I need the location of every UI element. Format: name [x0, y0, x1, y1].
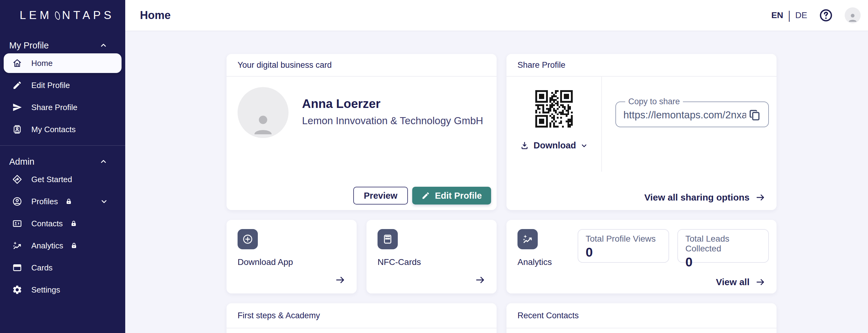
view-all-sharing-options-link[interactable]: View all sharing options [644, 192, 766, 203]
logo-text-suffix: NTAPS [62, 9, 115, 22]
topbar-controls: EN | DE [771, 7, 868, 23]
pencil-icon [11, 79, 23, 91]
help-button[interactable] [819, 8, 833, 22]
sidebar-item-my-contacts[interactable]: My Contacts [4, 120, 122, 139]
gear-icon [11, 284, 23, 296]
section-label: Admin [9, 157, 34, 167]
card-title: Your digital business card [238, 60, 332, 70]
sidebar-item-label: Profiles [31, 197, 58, 206]
lang-en-button[interactable]: EN [771, 10, 783, 20]
profile-text: Anna Loerzer Lemon Innvovation & Technol… [302, 97, 483, 127]
lang-divider: | [788, 8, 790, 22]
arrow-right-icon[interactable] [335, 274, 346, 286]
sidebar-item-cards[interactable]: Cards [4, 258, 122, 277]
qr-code [535, 90, 573, 128]
copy-link-section: Copy to share [602, 77, 777, 210]
business-card-actions: Preview Edit Profile [353, 187, 491, 204]
download-label: Download [533, 140, 576, 151]
profile-name: Anna Loerzer [302, 97, 483, 111]
send-icon [11, 101, 23, 113]
language-switcher: EN | DE [771, 10, 807, 20]
edit-profile-button-label: Edit Profile [435, 191, 482, 201]
stat-total-leads-collected: Total Leads Collected 0 [677, 229, 769, 263]
first-steps-academy-card: First steps & Academy [226, 303, 497, 333]
lock-icon [70, 242, 78, 249]
view-all-sharing-options-label: View all sharing options [644, 192, 749, 203]
profile-company: Lemon Innvovation & Technology GmbH [302, 115, 483, 127]
account-circle-icon [11, 195, 23, 208]
analytics-card: Analytics Total Profile Views 0 Total Le… [506, 220, 777, 294]
user-avatar[interactable] [845, 7, 861, 23]
sidebar-item-share-profile[interactable]: Share Profile [4, 98, 122, 117]
sidebar-divider [0, 145, 125, 146]
edit-profile-button[interactable]: Edit Profile [412, 187, 491, 204]
sidebar-item-profiles[interactable]: Profiles [4, 192, 122, 211]
copy-link-input[interactable] [623, 109, 746, 121]
business-card-widget: Your digital business card Anna Loerzer … [226, 54, 497, 210]
sidebar-item-analytics[interactable]: Analytics [4, 236, 122, 256]
sidebar-item-settings[interactable]: Settings [4, 280, 122, 300]
topbar: Home EN | DE [125, 0, 868, 31]
analytics-stats: Total Profile Views 0 Total Leads Collec… [578, 229, 769, 263]
lemontaps-logo[interactable]: LEM NTAPS [0, 0, 125, 31]
nfc-card-icon [377, 229, 398, 249]
arrow-right-icon [755, 192, 766, 203]
qr-section: Download [506, 77, 602, 172]
sidebar-item-get-started[interactable]: Get Started [4, 170, 122, 189]
section-label: My Profile [9, 40, 49, 51]
sidebar-item-label: Contacts [31, 219, 63, 228]
chevron-down-icon [580, 142, 588, 149]
download-icon [520, 141, 529, 150]
preview-button[interactable]: Preview [353, 187, 408, 204]
copy-link-label: Copy to share [625, 97, 683, 106]
business-card-body: Anna Loerzer Lemon Innvovation & Technol… [226, 77, 497, 210]
contacts-icon [11, 218, 23, 230]
question-circle-icon [819, 8, 833, 22]
sidebar: LEM NTAPS My Profile [0, 0, 125, 333]
download-app-title: Download App [238, 257, 346, 267]
stat-label: Total Leads Collected [685, 234, 761, 254]
chevron-up-icon [99, 158, 107, 166]
arrow-right-icon[interactable] [474, 274, 486, 286]
lock-icon [65, 197, 73, 205]
sidebar-item-label: Home [31, 59, 53, 68]
section-my-profile[interactable]: My Profile [0, 37, 125, 53]
card-header: Your digital business card [226, 54, 497, 77]
card-title: First steps & Academy [238, 311, 320, 321]
sidebar-item-label: Edit Profile [31, 81, 70, 90]
home-icon [11, 57, 23, 69]
sidebar-item-label: Analytics [31, 241, 63, 251]
analytics-view-all-link[interactable]: View all [716, 277, 766, 287]
chevron-up-icon [99, 41, 107, 49]
share-profile-widget: Share Profile [506, 54, 777, 210]
copy-icon [748, 108, 762, 122]
analytics-sparkline-icon [518, 229, 538, 249]
card-header: Share Profile [506, 54, 777, 77]
copy-button[interactable] [748, 108, 762, 122]
sidebar-item-edit-profile[interactable]: Edit Profile [4, 75, 122, 95]
download-app-card[interactable]: Download App [226, 220, 356, 294]
main-content: Your digital business card Anna Loerzer … [125, 31, 868, 333]
logo-text-prefix: LEM [20, 9, 52, 22]
signpost-diamond-icon [11, 173, 23, 186]
card-title: Recent Contacts [518, 311, 579, 321]
sidebar-item-home[interactable]: Home [4, 53, 122, 73]
profile-avatar [238, 87, 288, 138]
chevron-down-icon[interactable] [100, 197, 108, 205]
stat-total-profile-views: Total Profile Views 0 [578, 229, 669, 263]
lang-de-button[interactable]: DE [795, 10, 807, 20]
sidebar-item-label: Share Profile [31, 103, 78, 112]
download-qr-dropdown[interactable]: Download [520, 140, 588, 151]
lemon-icon [53, 10, 63, 21]
section-admin[interactable]: Admin [0, 154, 125, 170]
page-title: Home [140, 9, 170, 22]
sidebar-item-label: My Contacts [31, 125, 76, 134]
app-window: LEM NTAPS My Profile [0, 0, 868, 333]
sidebar-item-label: Settings [31, 285, 60, 295]
arrow-right-icon [755, 277, 766, 287]
nfc-cards-card[interactable]: NFC-Cards [367, 220, 497, 294]
share-body: Download Copy to share [506, 77, 777, 210]
app-plus-icon [238, 229, 258, 249]
sidebar-item-contacts[interactable]: Contacts [4, 214, 122, 233]
card-title: Share Profile [518, 60, 565, 70]
